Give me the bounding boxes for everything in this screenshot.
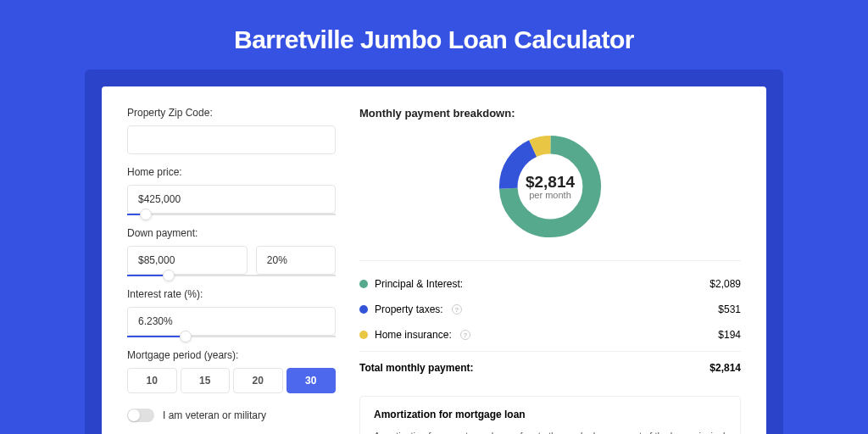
slider-thumb[interactable] (180, 331, 192, 342)
interest-slider[interactable] (127, 336, 336, 337)
calculator-card-wrapper: Property Zip Code: Home price: Down paym… (85, 70, 783, 434)
donut-value: $2,814 (526, 173, 575, 192)
home-price-label: Home price: (127, 166, 336, 178)
amortization-title: Amortization for mortgage loan (374, 409, 726, 420)
zip-group: Property Zip Code: (127, 107, 336, 154)
period-btn-20[interactable]: 20 (233, 368, 283, 393)
total-label: Total monthly payment: (359, 362, 473, 374)
down-payment-pct-input[interactable] (256, 246, 336, 275)
breakdown-row-insurance: Home insurance: ? $194 (359, 322, 741, 348)
info-icon[interactable]: ? (452, 304, 462, 314)
down-payment-label: Down payment: (127, 227, 336, 239)
inputs-column: Property Zip Code: Home price: Down paym… (102, 86, 348, 434)
interest-group: Interest rate (%): (127, 288, 336, 337)
breakdown-value: $531 (718, 303, 741, 315)
breakdown-row-taxes: Property taxes: ? $531 (359, 297, 741, 322)
veteran-toggle[interactable] (127, 409, 154, 422)
zip-label: Property Zip Code: (127, 107, 336, 119)
down-payment-group: Down payment: (127, 227, 336, 276)
period-buttons: 10 15 20 30 (127, 368, 336, 393)
interest-label: Interest rate (%): (127, 288, 336, 300)
home-price-input[interactable] (127, 185, 336, 214)
donut-chart: $2,814 per month (359, 131, 741, 242)
period-btn-15[interactable]: 15 (181, 368, 231, 393)
period-btn-30[interactable]: 30 (287, 368, 337, 393)
divider (359, 260, 741, 261)
down-payment-input[interactable] (127, 246, 248, 275)
toggle-knob (128, 409, 140, 421)
breakdown-value: $194 (718, 329, 741, 341)
breakdown-row-principal: Principal & Interest: $2,089 (359, 271, 741, 297)
donut-center: $2,814 per month (526, 173, 575, 200)
calculator-card: Property Zip Code: Home price: Down paym… (102, 86, 766, 434)
breakdown-value: $2,089 (709, 278, 741, 290)
dot-icon (359, 305, 368, 314)
period-group: Mortgage period (years): 10 15 20 30 (127, 349, 336, 393)
dot-icon (359, 280, 368, 288)
breakdown-label: Home insurance: (375, 329, 452, 341)
dot-icon (359, 331, 368, 339)
breakdown-label: Property taxes: (375, 303, 443, 315)
breakdown-row-total: Total monthly payment: $2,814 (359, 351, 741, 381)
info-icon[interactable]: ? (460, 330, 470, 340)
breakdown-label: Principal & Interest: (375, 278, 463, 290)
home-price-slider[interactable] (127, 214, 336, 215)
veteran-row: I am veteran or military (127, 409, 336, 422)
amortization-box: Amortization for mortgage loan Amortizat… (359, 396, 741, 434)
zip-input[interactable] (127, 125, 336, 154)
veteran-label: I am veteran or military (163, 409, 266, 421)
interest-input[interactable] (127, 307, 336, 336)
slider-thumb[interactable] (140, 209, 152, 220)
breakdown-column: Monthly payment breakdown: $2,814 per mo… (348, 86, 766, 434)
donut-sub: per month (526, 190, 575, 200)
slider-thumb[interactable] (163, 270, 175, 281)
down-payment-slider[interactable] (127, 275, 336, 276)
home-price-group: Home price: (127, 166, 336, 215)
total-value: $2,814 (709, 362, 741, 374)
page-title: Barretville Jumbo Loan Calculator (0, 0, 868, 70)
breakdown-title: Monthly payment breakdown: (359, 107, 741, 120)
period-btn-10[interactable]: 10 (127, 368, 177, 393)
amortization-text: Amortization for a mortgage loan refers … (374, 429, 726, 434)
period-label: Mortgage period (years): (127, 349, 336, 361)
